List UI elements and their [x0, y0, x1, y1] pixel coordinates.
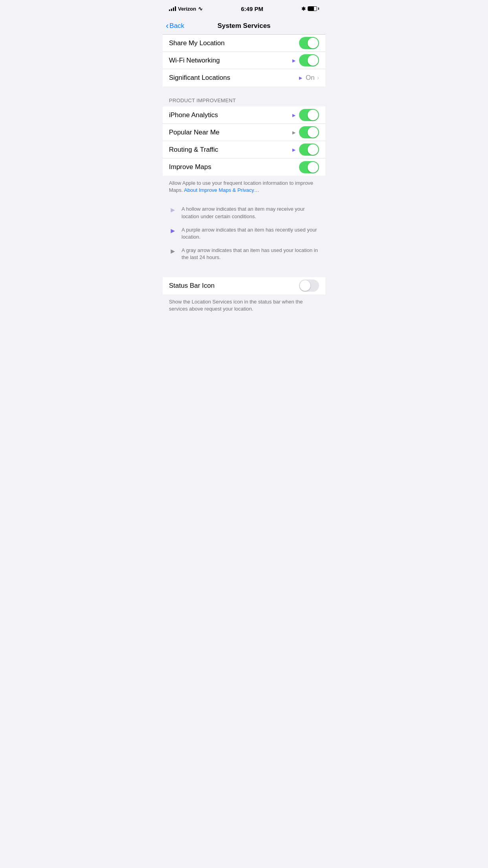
improve-maps-right — [299, 161, 319, 173]
popular-near-me-label: Popular Near Me — [169, 129, 220, 136]
wifi-networking-right: ► — [291, 54, 319, 66]
legend-hollow-text: A hollow arrow indicates that an item ma… — [182, 206, 319, 220]
row-share-my-location[interactable]: Share My Location — [163, 35, 325, 52]
status-bar-icon-toggle[interactable] — [299, 280, 319, 292]
status-bar-icon-section: Status Bar Icon — [163, 277, 325, 294]
signal-bars — [169, 6, 176, 11]
share-my-location-right — [299, 37, 319, 49]
product-improvement-header: PRODUCT IMPROVEMENT — [163, 86, 325, 107]
improve-maps-privacy-link[interactable]: About Improve Maps & Privacy… — [184, 187, 259, 193]
legend-purple-text: A purple arrow indicates that an item ha… — [182, 226, 319, 241]
legend-section: ► A hollow arrow indicates that an item … — [163, 202, 325, 269]
significant-locations-chevron-icon: › — [317, 74, 319, 81]
battery — [308, 6, 319, 11]
popular-near-me-toggle[interactable] — [299, 126, 319, 138]
significant-locations-label: Significant Locations — [169, 74, 230, 82]
status-left: Verizon ∿ — [169, 6, 203, 12]
share-my-location-label: Share My Location — [169, 39, 225, 47]
routing-traffic-right: ► — [291, 143, 319, 156]
iphone-analytics-arrow-icon: ► — [291, 112, 297, 118]
back-chevron-icon: ‹ — [166, 22, 169, 30]
back-label: Back — [169, 22, 184, 30]
routing-traffic-label: Routing & Traffic — [169, 146, 218, 154]
legend-hollow: ► A hollow arrow indicates that an item … — [169, 206, 319, 220]
legend-purple: ► A purple arrow indicates that an item … — [169, 226, 319, 241]
popular-near-me-right: ► — [291, 126, 319, 138]
legend-gray: ► A gray arrow indicates that an item ha… — [169, 247, 319, 261]
row-significant-locations[interactable]: Significant Locations ► On › — [163, 69, 325, 86]
iphone-analytics-toggle[interactable] — [299, 109, 319, 121]
status-bar: Verizon ∿ 6:49 PM ✱ — [163, 0, 325, 17]
row-popular-near-me[interactable]: Popular Near Me ► — [163, 124, 325, 141]
page-title: System Services — [217, 22, 270, 30]
legend-gray-text: A gray arrow indicates that an item has … — [182, 247, 319, 261]
status-right: ✱ — [301, 6, 319, 12]
hollow-arrow-icon: ► — [169, 206, 177, 214]
row-improve-maps[interactable]: Improve Maps — [163, 158, 325, 176]
wifi-networking-arrow-icon: ► — [291, 57, 297, 64]
popular-near-me-arrow-icon: ► — [291, 129, 297, 136]
back-button[interactable]: ‹ Back — [166, 22, 184, 30]
row-routing-traffic[interactable]: Routing & Traffic ► — [163, 141, 325, 158]
row-status-bar-icon[interactable]: Status Bar Icon — [163, 277, 325, 294]
wifi-networking-label: Wi-Fi Networking — [169, 57, 220, 64]
significant-locations-right: ► On › — [298, 74, 319, 82]
nav-bar: ‹ Back System Services — [163, 17, 325, 35]
iphone-analytics-right: ► — [291, 109, 319, 121]
status-bar-icon-footer-text: Show the Location Services icon in the s… — [169, 299, 303, 312]
gray-arrow-icon: ► — [169, 247, 177, 256]
carrier-label: Verizon — [178, 6, 196, 12]
row-iphone-analytics[interactable]: iPhone Analytics ► — [163, 107, 325, 124]
status-bar-icon-right — [299, 280, 319, 292]
top-section: Share My Location Wi-Fi Networking ► Sig… — [163, 35, 325, 86]
status-time: 6:49 PM — [241, 6, 263, 12]
product-improvement-section: iPhone Analytics ► Popular Near Me ► Rou… — [163, 107, 325, 176]
iphone-analytics-label: iPhone Analytics — [169, 111, 218, 119]
bluetooth-icon: ✱ — [301, 6, 306, 12]
wifi-icon: ∿ — [198, 6, 203, 12]
status-bar-icon-footer: Show the Location Services icon in the s… — [163, 294, 325, 320]
wifi-networking-toggle[interactable] — [299, 54, 319, 66]
improve-maps-toggle[interactable] — [299, 161, 319, 173]
improve-maps-footer: Allow Apple to use your frequent locatio… — [163, 176, 325, 202]
significant-locations-arrow-icon: ► — [298, 75, 303, 81]
share-my-location-toggle[interactable] — [299, 37, 319, 49]
routing-traffic-arrow-icon: ► — [291, 147, 297, 153]
status-bar-icon-label: Status Bar Icon — [169, 282, 215, 290]
purple-arrow-icon: ► — [169, 227, 177, 235]
routing-traffic-toggle[interactable] — [299, 143, 319, 156]
row-wifi-networking[interactable]: Wi-Fi Networking ► — [163, 52, 325, 69]
divider — [163, 269, 325, 277]
significant-locations-on-text: On — [306, 74, 315, 82]
improve-maps-label: Improve Maps — [169, 163, 211, 171]
